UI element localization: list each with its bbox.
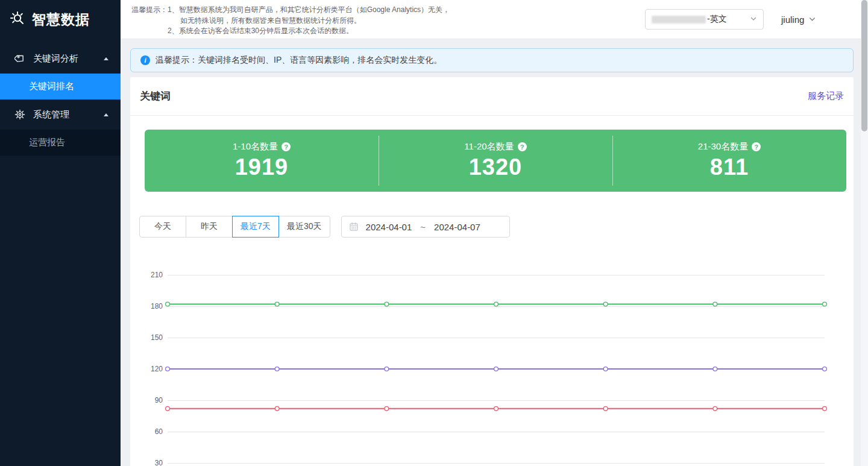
sidebar: 智慧数据 关键词分析 关键词排名 <box>0 0 121 466</box>
chevron-up-icon <box>104 113 108 116</box>
info-alert: i 温馨提示：关键词排名受时间、IP、语言等因素影响，排名会实时发生变化。 <box>130 48 854 72</box>
svg-text:180: 180 <box>151 302 163 310</box>
date-filters: 今天 昨天 最近7天 最近30天 2024-04-01 ~ 202 <box>130 216 854 238</box>
question-icon[interactable]: ? <box>518 142 527 151</box>
svg-text:210: 210 <box>151 271 163 279</box>
card-header: 关键词 服务记录 <box>130 77 854 116</box>
stat-rank-21-30: 21-30名数量 ? 811 <box>612 130 846 192</box>
username: jiuling <box>781 14 804 25</box>
notice-line-3: 2、系统会在访客会话结束30分钟后显示本次会话的数据。 <box>168 26 450 37</box>
sidebar-item-keyword-ranking[interactable]: 关键词排名 <box>0 74 121 99</box>
main-content: i 温馨提示：关键词排名受时间、IP、语言等因素影响，排名会实时发生变化。 关键… <box>121 40 868 466</box>
date-range-picker[interactable]: 2024-04-01 ~ 2024-04-07 <box>341 216 510 238</box>
tab-last-7-days[interactable]: 最近7天 <box>232 216 279 238</box>
chevron-down-icon <box>750 14 757 25</box>
svg-text:60: 60 <box>155 427 163 436</box>
rank-stats-banner: 1-10名数量 ? 1919 11-20名数量 ? 1320 21-30名数量 … <box>145 130 846 192</box>
calendar-icon <box>349 222 359 231</box>
site-select-suffix: -英文 <box>707 14 727 25</box>
date-start: 2024-04-01 <box>366 222 412 232</box>
gear-icon <box>14 109 25 120</box>
stat-rank-11-20: 11-20名数量 ? 1320 <box>379 130 612 192</box>
masked-site-name <box>652 16 706 24</box>
date-end: 2024-04-07 <box>434 222 480 232</box>
sidebar-group-keyword-analysis[interactable]: 关键词分析 <box>0 43 121 74</box>
notice-line-1: 1、智慧数据系统为我司自研产品，和其它统计分析类平台（如Google Analy… <box>168 5 450 16</box>
app-logo: 智慧数据 <box>0 0 121 39</box>
top-header: 温馨提示： 1、智慧数据系统为我司自研产品，和其它统计分析类平台（如Google… <box>121 0 868 39</box>
vertical-scrollbar <box>861 0 868 466</box>
user-dropdown[interactable]: jiuling <box>781 9 816 30</box>
stat-value: 1320 <box>469 154 523 180</box>
header-notice: 温馨提示： 1、智慧数据系统为我司自研产品，和其它统计分析类平台（如Google… <box>131 5 450 37</box>
site-select-dropdown[interactable]: -英文 <box>645 9 764 30</box>
stat-label: 21-30名数量 <box>698 141 748 153</box>
svg-text:120: 120 <box>151 365 163 373</box>
keyword-card: 关键词 服务记录 1-10名数量 ? 1919 11-20名数量 ? 1320 <box>130 77 854 466</box>
app-title: 智慧数据 <box>32 10 90 29</box>
tag-icon <box>14 53 25 64</box>
keyword-trend-chart[interactable]: 210180150120906030 <box>130 265 854 466</box>
tab-last-30-days[interactable]: 最近30天 <box>278 216 330 238</box>
stat-label: 1-10名数量 <box>233 141 278 153</box>
sidebar-group-system-management[interactable]: 系统管理 <box>0 99 121 130</box>
page-title: 关键词 <box>140 89 171 103</box>
question-icon[interactable]: ? <box>281 142 291 151</box>
sidebar-group-label: 系统管理 <box>33 109 69 121</box>
chevron-down-icon <box>808 14 816 25</box>
chevron-up-icon <box>104 57 108 60</box>
svg-text:30: 30 <box>155 459 163 466</box>
stat-rank-1-10: 1-10名数量 ? 1919 <box>145 130 379 192</box>
svg-text:90: 90 <box>155 396 163 405</box>
date-separator: ~ <box>420 222 426 232</box>
notice-prefix: 温馨提示： <box>131 5 168 37</box>
stat-label: 11-20名数量 <box>464 141 514 153</box>
scrollbar-thumb[interactable] <box>861 0 867 131</box>
sidebar-item-operation-report[interactable]: 运营报告 <box>0 130 121 156</box>
alert-text: 温馨提示：关键词排名受时间、IP、语言等因素影响，排名会实时发生变化。 <box>156 55 442 66</box>
question-icon[interactable]: ? <box>752 142 761 151</box>
svg-text:150: 150 <box>151 333 163 342</box>
tab-today[interactable]: 今天 <box>139 216 186 238</box>
service-record-link[interactable]: 服务记录 <box>808 90 844 102</box>
search-rays-logo-icon <box>9 10 27 28</box>
sidebar-item-label: 关键词排名 <box>29 81 74 92</box>
info-icon: i <box>140 55 150 65</box>
tab-yesterday[interactable]: 昨天 <box>186 216 233 238</box>
sidebar-item-label: 运营报告 <box>29 137 65 148</box>
stat-value: 1919 <box>235 154 289 180</box>
date-range-segmented-control: 今天 昨天 最近7天 最近30天 <box>139 216 330 238</box>
sidebar-group-label: 关键词分析 <box>33 53 78 65</box>
stat-value: 811 <box>710 154 749 180</box>
notice-line-2: 如无特殊说明，所有数据皆来自智慧数据统计分析所得。 <box>168 16 450 27</box>
sidebar-menu: 关键词分析 关键词排名 <box>0 43 121 156</box>
